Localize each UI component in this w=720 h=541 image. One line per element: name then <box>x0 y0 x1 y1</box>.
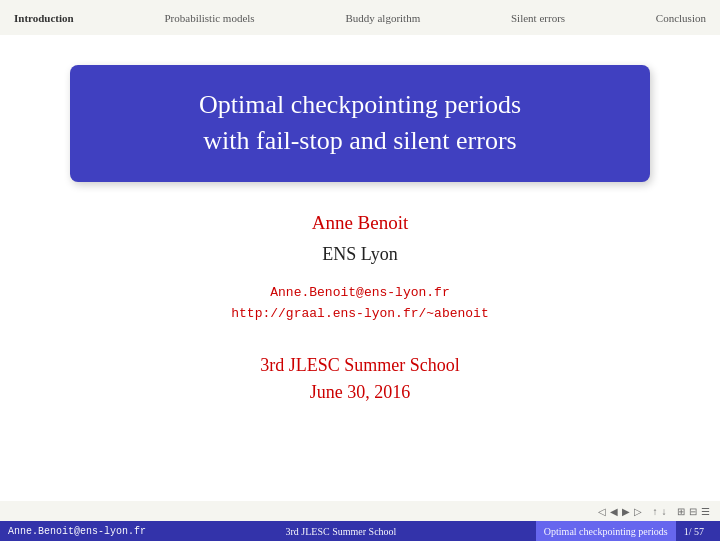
nav-item-probabilistic[interactable]: Probabilistic models <box>158 8 260 28</box>
event-info: 3rd JLESC Summer School June 30, 2016 <box>260 352 460 406</box>
slide-title: Optimal checkpointing periods with fail-… <box>110 87 610 160</box>
menu-icon[interactable]: ☰ <box>701 506 710 517</box>
arrow-right-end[interactable]: ▷ <box>634 506 642 517</box>
email-link[interactable]: Anne.Benoit@ens-lyon.fr <box>231 283 488 304</box>
arrow-right[interactable]: ▶ <box>622 506 630 517</box>
slide-arrows[interactable]: ◁ ◀ ▶ ▷ ↑ ↓ ⊞ ⊟ ☰ <box>598 506 710 517</box>
institution-name: ENS Lyon <box>322 244 398 265</box>
zoom-out[interactable]: ⊟ <box>689 506 697 517</box>
title-box: Optimal checkpointing periods with fail-… <box>70 65 650 182</box>
status-bar: Anne.Benoit@ens-lyon.fr 3rd JLESC Summer… <box>0 521 720 541</box>
event-line1: 3rd JLESC Summer School <box>260 352 460 379</box>
slide-content: Optimal checkpointing periods with fail-… <box>0 35 720 501</box>
nav-item-buddy[interactable]: Buddy algorithm <box>339 8 426 28</box>
author-name: Anne Benoit <box>312 212 409 234</box>
url-link[interactable]: http://graal.ens-lyon.fr/~abenoit <box>231 304 488 325</box>
top-navigation: Introduction Probabilistic models Buddy … <box>0 0 720 35</box>
footer-email: Anne.Benoit@ens-lyon.fr <box>8 526 146 537</box>
arrow-left[interactable]: ◀ <box>610 506 618 517</box>
nav-item-conclusion[interactable]: Conclusion <box>650 8 712 28</box>
navigation-controls: ◁ ◀ ▶ ▷ ↑ ↓ ⊞ ⊟ ☰ <box>0 501 720 521</box>
zoom-in[interactable]: ⊞ <box>677 506 685 517</box>
contact-links: Anne.Benoit@ens-lyon.fr http://graal.ens… <box>231 283 488 325</box>
footer-presentation-title: Optimal checkpointing periods <box>536 521 676 541</box>
footer-event: 3rd JLESC Summer School <box>286 526 397 537</box>
nav-item-introduction[interactable]: Introduction <box>8 8 80 28</box>
arrow-down[interactable]: ↓ <box>662 506 667 517</box>
arrow-left-end[interactable]: ◁ <box>598 506 606 517</box>
event-line2: June 30, 2016 <box>260 379 460 406</box>
arrow-up[interactable]: ↑ <box>653 506 658 517</box>
footer-page-number: 1/ 57 <box>676 526 712 537</box>
footer-right: Optimal checkpointing periods 1/ 57 <box>536 521 712 541</box>
nav-item-silent[interactable]: Silent errors <box>505 8 571 28</box>
